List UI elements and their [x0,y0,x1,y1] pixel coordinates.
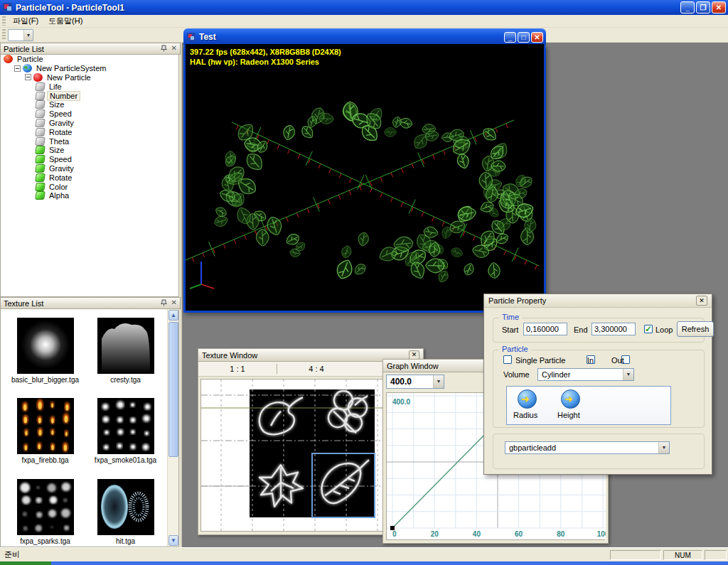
menu-help[interactable]: 도움말(H) [43,15,87,27]
chevron-down-icon[interactable]: ▼ [23,30,33,41]
tree-item-label[interactable]: Speed [47,155,74,163]
chevron-down-icon[interactable]: ▼ [658,442,669,453]
texture-thumbnail[interactable] [97,398,154,454]
system-node-icon [23,64,32,72]
tree-item-label[interactable]: Life [47,82,64,91]
tree-item-label[interactable]: New ParticleSystem [34,64,108,72]
tree-item-particle[interactable]: Particle [1,55,178,64]
radius-label: Radius [513,411,537,419]
property-dialog-titlebar[interactable]: Particle Property ✕ [484,294,712,308]
tree-item-alpha[interactable]: Alpha [1,191,178,200]
texture-item-fxpa_firebb.tga[interactable]: fxpa_firebb.tga [5,398,85,466]
status-num-indicator: NUM [663,550,702,560]
tree-item-size[interactable]: Size [1,146,178,155]
menu-file[interactable]: 파일(F) [8,15,43,27]
chevron-down-icon[interactable]: ▼ [623,369,633,380]
texture-thumbnail[interactable] [17,398,74,454]
tree-item-label[interactable]: Speed [47,109,74,118]
close-button[interactable]: ✕ [531,32,543,43]
scroll-up-icon[interactable]: ▲ [168,310,178,321]
time-groupbox: Time Start 0,160000 End 3,300000 Loop Re… [493,318,705,343]
tree-item-label[interactable]: Gravity [47,119,76,127]
green-node-icon [35,155,46,163]
radius-icon-button[interactable] [518,389,537,409]
pin-icon[interactable] [161,299,167,308]
texture-thumbnail[interactable] [17,318,74,374]
texture-item-hit.tga[interactable]: hit.tga [85,479,166,547]
tree-item-label[interactable]: New Particle [45,73,93,82]
gray-node-icon [35,92,46,100]
texture-thumbnail[interactable] [97,318,154,374]
chevron-down-icon[interactable]: ▼ [433,375,444,388]
volume-combobox[interactable]: Cylinder ▼ [537,368,634,381]
close-icon[interactable]: ✕ [171,299,177,308]
tree-item-label[interactable]: Rotate [47,128,74,136]
tree-item-label[interactable]: Size [47,100,66,109]
loop-checkbox[interactable] [644,325,653,333]
gray-node-icon [35,119,46,127]
scroll-down-icon[interactable]: ▼ [168,535,178,546]
gray-node-icon [35,137,46,146]
tree-item-theta[interactable]: Theta [1,136,178,146]
minimize-button[interactable]: _ [504,32,516,43]
collapse-minus-icon[interactable] [14,65,21,72]
close-icon[interactable]: ✕ [696,296,707,306]
tree-item-label[interactable]: Gravity [47,164,76,173]
tree-item-life[interactable]: Life [1,82,178,91]
tab-1-1[interactable]: 1 : 1 [198,365,277,373]
tree-item-speed[interactable]: Speed [1,155,178,164]
close-button[interactable]: ✕ [712,1,726,14]
height-icon-button[interactable] [561,389,580,409]
tree-item-rotate[interactable]: Rotate [1,173,178,182]
pin-icon[interactable] [161,45,167,53]
texture-item-fxpa_sparks.tga[interactable]: fxpa_sparks.tga [5,479,85,547]
tree-item-label[interactable]: Number [47,91,80,101]
end-time-field[interactable]: 3,300000 [592,323,636,335]
start-time-field[interactable]: 0,160000 [523,323,567,335]
tree-item-number[interactable]: Number [1,91,178,100]
emitter-node-icon [33,73,43,82]
single-particle-checkbox[interactable] [503,355,512,364]
app-titlebar[interactable]: ParticleTool - ParticleTool1 _ ❐ ✕ [0,0,728,15]
texture-item-cresty.tga[interactable]: cresty.tga [85,318,166,385]
tree-item-label[interactable]: Rotate [47,173,74,182]
texture-thumbnail[interactable] [97,479,154,535]
refresh-button[interactable]: Refresh [677,321,714,337]
menu-grip-handle[interactable] [2,16,6,26]
tree-item-size[interactable]: Size [1,100,178,109]
tree-item-label[interactable]: Theta [47,137,71,146]
taskbar-edge[interactable] [0,561,728,565]
collapse-minus-icon[interactable] [25,74,31,80]
tree-item-new-particlesystem[interactable]: New ParticleSystem [1,64,178,73]
tree-item-rotate[interactable]: Rotate [1,127,178,136]
test-window-titlebar[interactable]: Test _ □ ✕ [183,28,546,45]
app-icon [2,2,13,13]
tree-item-gravity[interactable]: Gravity [1,164,178,173]
scroll-thumb[interactable] [168,322,178,457]
tree-item-label[interactable]: Color [47,183,70,191]
texture-list-scrollbar[interactable]: ▲ ▼ [167,309,178,547]
texture-item-basic_blur_bigger.tga[interactable]: basic_blur_bigger.tga [5,318,85,385]
maximize-button[interactable]: □ [518,32,530,43]
blend-combobox[interactable]: gbparticleadd ▼ [505,441,670,454]
svg-text:0: 0 [392,530,397,538]
tree-item-new-particle[interactable]: New Particle [1,73,178,82]
tree-item-label[interactable]: Particle [15,55,46,63]
toolbar-grip-handle[interactable] [2,29,6,41]
texture-item-fxpa_smoke01a.tga[interactable]: fxpa_smoke01a.tga [85,398,166,466]
graph-value-combobox[interactable]: 400.0 ▼ [386,375,444,389]
tree-item-color[interactable]: Color [1,182,178,191]
toolbar-combobox[interactable]: ▼ [8,29,33,41]
tab-4-4[interactable]: 4 : 4 [277,365,355,373]
texture-thumbnail[interactable] [17,479,74,535]
tree-item-label[interactable]: Size [47,146,66,154]
close-icon[interactable]: ✕ [171,45,177,53]
tree-item-speed[interactable]: Speed [1,109,178,119]
svg-text:20: 20 [431,530,439,538]
texture-list-panel: Texture List ✕ basic_blur_bigger.tgacres… [0,297,182,547]
render-viewport[interactable]: 397.22 fps (628x442), X8R8G8B8 (D24X8) H… [186,44,544,311]
tree-item-gravity[interactable]: Gravity [1,119,178,128]
restore-button[interactable]: ❐ [696,1,710,14]
minimize-button[interactable]: _ [680,1,695,14]
tree-item-label[interactable]: Alpha [47,191,71,200]
